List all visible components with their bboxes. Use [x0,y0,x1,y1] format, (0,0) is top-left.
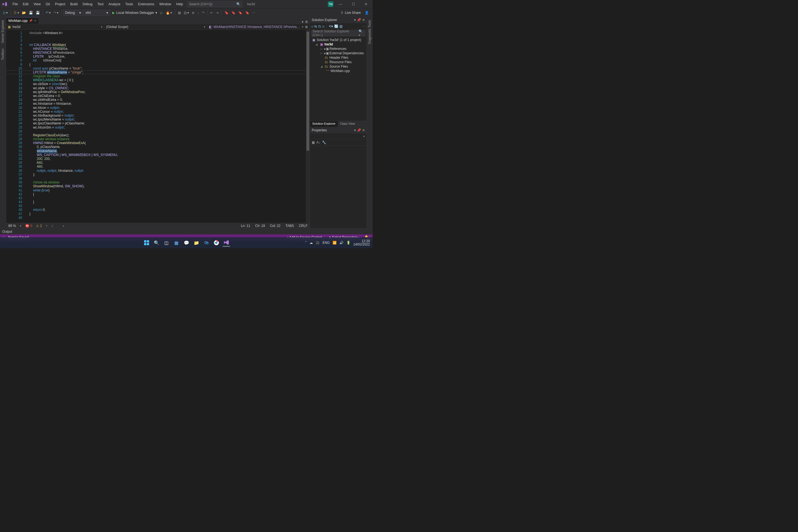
onedrive-icon[interactable]: ☁ [309,241,313,245]
tree-solution[interactable]: ▣Solution 'hw3d' (1 of 1 project) [310,38,366,42]
task-view[interactable]: ◫ [163,239,170,247]
line-endings[interactable]: CRLF [299,224,307,228]
visual-studio-app[interactable] [223,239,230,247]
vertical-scrollbar[interactable] [306,30,310,223]
tray-chevron[interactable]: ˄ [305,241,307,245]
props-tool-button[interactable]: 🔧 [322,140,326,144]
tab-class-view[interactable]: Class View [338,121,357,127]
live-share-button[interactable]: ⇪ Live Share 👤 [338,11,371,15]
menu-tools[interactable]: Tools [123,1,135,7]
se-tool-button[interactable]: ⎌ [323,24,324,28]
tree-header-files[interactable]: 🗀Header Files [310,55,366,60]
window-minimize-button[interactable]: — [335,0,346,8]
bookmark-nav-button[interactable]: 🔖 [244,10,250,15]
menu-git[interactable]: Git [43,1,52,7]
props-dropdown[interactable]: ▾ [363,134,366,138]
file-explorer[interactable]: 📁 [193,239,200,247]
nav-function-dropdown[interactable]: ◧ WinMain(HINSTANCE hInstance, HINSTANCE… [207,24,310,30]
window-close-button[interactable]: ✕ [360,0,372,8]
output-panel-tab[interactable]: Output [0,228,373,234]
chrome-app[interactable] [212,239,220,247]
se-collapse-button[interactable]: ▤ [339,24,342,28]
user-avatar[interactable]: TM [328,1,333,7]
menu-extensions[interactable]: Extensions [135,1,157,7]
redo-button[interactable]: ↷▾ [52,10,60,15]
nav-scope-dropdown[interactable]: (Global Scope)▾ [104,24,207,30]
menu-window[interactable]: Window [157,1,174,7]
close-panel-button[interactable]: ✕ [362,18,365,22]
panel-dropdown[interactable]: ▾ [354,128,356,132]
taskbar-clock[interactable]: 12:20 14/02/2022 [353,240,370,246]
se-overflow[interactable]: ⋯ [362,24,365,28]
hot-reload-button[interactable]: 🔥▾ [165,10,173,15]
alphabetical-button[interactable]: A↓ [317,140,320,144]
indent-less-button[interactable]: ⇤ [209,10,214,15]
save-all-button[interactable]: 💾 [35,10,41,15]
configuration-dropdown[interactable]: Debug▾ [63,10,83,16]
start-debugging-button[interactable]: ▶Local Windows Debugger▾ [111,10,159,15]
close-panel-button[interactable]: ✕ [362,128,365,132]
tree-resource-files[interactable]: 🗀Resource Files [310,60,366,64]
close-tab-button[interactable]: ✕ [34,19,36,22]
solution-explorer-search[interactable]: Search Solution Explorer (Ctrl+;) 🔍▾ [311,30,365,36]
platform-dropdown[interactable]: x64▾ [83,10,110,16]
menu-view[interactable]: View [31,1,43,7]
h-scroll-left[interactable]: ◂ [62,224,64,228]
toolbar-icon[interactable]: ▦ [177,10,182,15]
menu-file[interactable]: File [10,1,20,7]
tab-settings-button[interactable]: ⚙ [305,20,308,24]
bookmark-button[interactable]: 🔖 [223,10,230,15]
volume-icon[interactable]: 🔊 [339,241,344,245]
tab-dropdown-button[interactable]: ▾ [302,20,303,24]
pin-icon[interactable]: 📌 [357,128,361,132]
toolbox-tab[interactable]: Toolbox [1,48,5,61]
error-count[interactable]: ⛔ 0 [25,224,32,228]
taskbar-search[interactable]: 🔍 [153,239,160,247]
battery-icon[interactable]: 🔋 [346,241,350,245]
tree-file-winmain[interactable]: ⁺⁺WinMain.cpp [310,69,366,73]
se-sync-button[interactable]: ⟲▾ [329,24,333,28]
se-tool-button[interactable]: 🗀 [318,24,321,28]
bookmark-nav-button[interactable]: 🔖 [230,10,236,15]
save-button[interactable]: 💾 [28,10,34,15]
menu-analyze[interactable]: Analyze [106,1,123,7]
start-without-debugging-button[interactable]: ▷ [159,10,164,15]
se-refresh-button[interactable]: 🔄 [334,24,338,28]
categorize-button[interactable]: ▦ [312,140,315,144]
pin-icon[interactable]: 📌 [29,19,33,22]
indent-mode[interactable]: TABS [285,224,294,228]
toolbar-icon[interactable]: ≣ [191,10,196,15]
start-button[interactable] [143,239,150,247]
menu-debug[interactable]: Debug [80,1,95,7]
diagnostic-tools-tab[interactable]: Diagnostic Tools [367,19,372,45]
global-search-box[interactable]: Search (Ctrl+Q) 🔍 [187,1,243,7]
tab-solution-explorer[interactable]: Solution Explorer [310,121,338,127]
bookmark-nav-button[interactable]: 🔖 [237,10,244,15]
menu-edit[interactable]: Edit [20,1,31,7]
se-home-button[interactable]: ⌂ [311,24,313,28]
zoom-level[interactable]: 89 % [8,224,16,228]
toolbar-icon[interactable]: ▤▾ [183,10,190,15]
wifi-icon[interactable]: 📶 [332,241,337,245]
open-file-button[interactable]: 📂 [21,10,27,15]
indent-more-button[interactable]: ⇥ [215,10,220,15]
nav-project-dropdown[interactable]: ▣ hw3d▾ [6,24,104,30]
server-explorer-tab[interactable]: Server Explorer [1,19,5,44]
back-nav-button[interactable]: ◎▾ [2,10,9,15]
ms-store[interactable]: 🛍 [203,239,210,247]
panel-dropdown[interactable]: ▾ [354,18,356,22]
meet-now-icon[interactable]: 🎥 [316,241,320,245]
tree-references[interactable]: ▷▸▣References [310,46,366,51]
document-tab-winmain[interactable]: WinMain.cpp 📌 ✕ [6,17,39,24]
menu-project[interactable]: Project [52,1,68,7]
tree-project[interactable]: ◢▣hw3d [310,42,366,46]
warning-count[interactable]: ⚠ 1 [36,224,42,228]
new-item-button[interactable]: 🗋▾ [13,10,20,15]
toolbar-overflow[interactable]: ⋯ [251,10,256,15]
split-icon[interactable]: ⊞ [305,25,308,29]
menu-help[interactable]: Help [174,1,186,7]
menu-build[interactable]: Build [68,1,80,7]
pin-icon[interactable]: 📌 [357,18,361,22]
code-editor[interactable]: 1234567891011121314151617181920212223242… [6,30,310,223]
step-over-button[interactable]: ↷ [201,10,206,15]
